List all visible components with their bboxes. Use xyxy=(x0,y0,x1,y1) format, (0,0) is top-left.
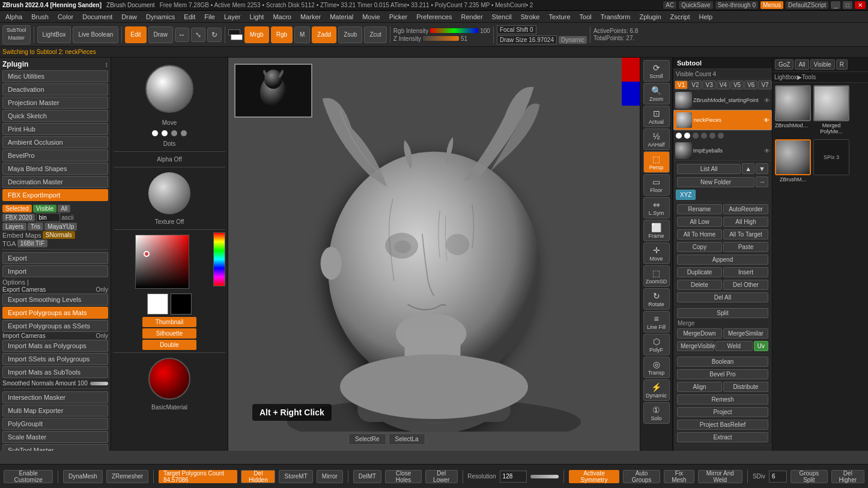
del-all-btn[interactable]: Del All xyxy=(677,292,768,303)
window-minimize[interactable]: _ xyxy=(831,1,840,9)
import-btn[interactable]: Import xyxy=(2,265,108,277)
groups-split-btn[interactable]: Groups Split xyxy=(791,470,828,483)
target-polygons[interactable]: Target Polygons Count 84.57086 xyxy=(159,470,237,483)
m-btn[interactable]: M xyxy=(294,26,310,43)
vtab-v2[interactable]: V2 xyxy=(688,80,702,89)
menu-material[interactable]: Material xyxy=(326,12,357,22)
quicksave-btn[interactable]: QuickSave xyxy=(679,1,712,9)
menu-tool[interactable]: Tool xyxy=(575,12,596,22)
merge-visible-btn[interactable]: MergeVisible xyxy=(677,341,714,351)
bin-input[interactable] xyxy=(36,213,60,222)
fix-mesh-btn[interactable]: Fix Mesh xyxy=(664,470,694,483)
enable-customize-btn[interactable]: Enable Customize xyxy=(4,470,53,483)
live-boolean-btn[interactable]: Live Boolean xyxy=(73,26,118,43)
scale-btn[interactable]: ⤡ xyxy=(191,28,205,42)
color-picker-gradient[interactable] xyxy=(135,235,189,289)
all-tag[interactable]: All xyxy=(58,205,70,212)
move-btn[interactable]: ↔ xyxy=(175,28,189,42)
window-close[interactable]: ✕ xyxy=(855,1,866,9)
import-mats-subtools-btn[interactable]: Import Mats as SubTools xyxy=(2,366,108,378)
distribute-btn[interactable]: Distribute xyxy=(723,382,768,392)
subtool-item-2[interactable]: neckPieces 👁 xyxy=(673,110,772,130)
menu-marker[interactable]: Marker xyxy=(296,12,325,22)
menu-zplugin[interactable]: Zplugin xyxy=(635,12,665,22)
bg-color[interactable] xyxy=(231,34,243,40)
projection-master-btn[interactable]: Projection Master xyxy=(2,97,108,109)
zcut-btn[interactable]: Zcut xyxy=(364,26,386,43)
all-to-target-btn[interactable]: All To Target xyxy=(723,229,768,239)
boolean-btn[interactable]: Boolean xyxy=(677,357,768,367)
list-all-up-btn[interactable]: ▲ xyxy=(742,163,754,174)
default-zscript-btn[interactable]: DefaultZScript xyxy=(786,1,828,9)
extract-btn[interactable]: Extract xyxy=(677,432,768,442)
white-swatch[interactable] xyxy=(147,294,168,315)
activate-symmetry-btn[interactable]: Activate Symmetry xyxy=(569,470,619,483)
decimation-master-btn[interactable]: Decimation Master xyxy=(2,176,108,188)
menu-alpha[interactable]: Alpha xyxy=(1,12,26,22)
vtab-v1[interactable]: V1 xyxy=(675,80,688,89)
dot4[interactable] xyxy=(181,130,187,136)
multi-map-exporter-btn[interactable]: Multi Map Exporter xyxy=(2,405,108,417)
visible-tag[interactable]: Visible xyxy=(33,205,56,212)
model-thumb-1[interactable] xyxy=(775,85,811,121)
append-btn[interactable]: Append xyxy=(677,255,768,265)
focal-shift[interactable]: Focal Shift 0 xyxy=(497,25,536,34)
floor-nav-btn[interactable]: ▭ Floor xyxy=(643,174,670,196)
list-all-btn[interactable]: List All xyxy=(677,164,741,174)
dot3[interactable] xyxy=(171,130,177,136)
rename-btn[interactable]: Rename xyxy=(677,204,722,214)
canvas-area[interactable]: Alt + Right Click SelectRe SelectLa xyxy=(228,58,640,451)
smoothed-normals-slider[interactable] xyxy=(90,382,108,385)
model-thumb-2[interactable] xyxy=(813,85,849,121)
subtool-master-btn[interactable]: SubTool Master xyxy=(2,25,31,44)
dynamic-nav-btn[interactable]: ⚡ Dynamic xyxy=(643,379,670,401)
menu-layer[interactable]: Layer xyxy=(220,12,245,22)
mirror-weld-btn[interactable]: Mirror And Weld xyxy=(698,470,743,483)
material-sphere[interactable] xyxy=(148,358,190,400)
export-smoothing-btn[interactable]: Export Smoothing Levels xyxy=(2,294,108,306)
fbx-version-tag[interactable]: FBX 2020 xyxy=(2,214,35,221)
dot1[interactable] xyxy=(152,130,158,136)
project-btn[interactable]: Project xyxy=(677,407,768,417)
del-other-btn[interactable]: Del Other xyxy=(723,280,768,290)
list-all-dn-btn[interactable]: ▼ xyxy=(756,163,768,174)
polyf-nav-btn[interactable]: ⬡ PolyF xyxy=(643,334,670,355)
bevel-pro-btn[interactable]: BevelPro xyxy=(2,149,108,161)
import-ssets-btn[interactable]: Import SSets as Polygroups xyxy=(2,353,108,365)
menu-transform[interactable]: Transform xyxy=(596,12,635,22)
frame-nav-btn[interactable]: ⬜ Frame xyxy=(643,220,670,241)
menu-edit[interactable]: Edit xyxy=(180,12,199,22)
hue-bar[interactable] xyxy=(213,232,225,286)
subtool-item-1[interactable]: ZBrushModel_startingPoint 👁 xyxy=(673,91,772,110)
silhouette-btn[interactable]: Silhouette xyxy=(142,328,196,339)
move-sphere[interactable] xyxy=(145,65,193,113)
new-folder-btn[interactable]: New Folder xyxy=(677,177,754,187)
move-nav-btn[interactable]: ✛ Move xyxy=(643,242,670,264)
all-far-btn[interactable]: All xyxy=(795,59,809,70)
export-cameras-only[interactable]: Only xyxy=(96,286,108,293)
scroll-nav-btn[interactable]: ⟳ Scroll xyxy=(643,60,670,82)
persp-nav-btn[interactable]: ⬚ Persp xyxy=(643,151,670,173)
z-bar[interactable] xyxy=(423,36,459,41)
close-holes-btn[interactable]: Close Holes xyxy=(385,470,422,483)
layers-tag[interactable]: Layers xyxy=(2,223,26,230)
print-hub-btn[interactable]: Print Hub xyxy=(2,123,108,135)
rgb-bar[interactable] xyxy=(430,28,478,33)
resolution-input[interactable] xyxy=(500,471,527,483)
menu-texture[interactable]: Texture xyxy=(544,12,574,22)
new-folder-arrow-btn[interactable]: → xyxy=(756,176,768,187)
black-swatch[interactable] xyxy=(171,294,192,315)
uv-btn[interactable]: Uv xyxy=(754,341,768,351)
menu-picker[interactable]: Picker xyxy=(385,12,412,22)
fbx-exportimport-btn[interactable]: FBX ExportImport xyxy=(2,189,108,201)
menu-color[interactable]: Color xyxy=(53,12,77,22)
select-lasso-btn[interactable]: SelectLa xyxy=(389,433,425,445)
edit-btn[interactable]: Edit xyxy=(125,26,146,43)
vtab-v5[interactable]: V5 xyxy=(730,80,744,89)
import-cameras-only[interactable]: Only xyxy=(96,333,108,339)
bevel-pro-right-btn[interactable]: Bevel Pro xyxy=(677,369,768,379)
del-lower-btn[interactable]: Del Lower xyxy=(425,470,458,483)
window-maximize[interactable]: □ xyxy=(843,1,852,9)
export-btn[interactable]: Export xyxy=(2,252,108,264)
menu-document[interactable]: Document xyxy=(78,12,117,22)
